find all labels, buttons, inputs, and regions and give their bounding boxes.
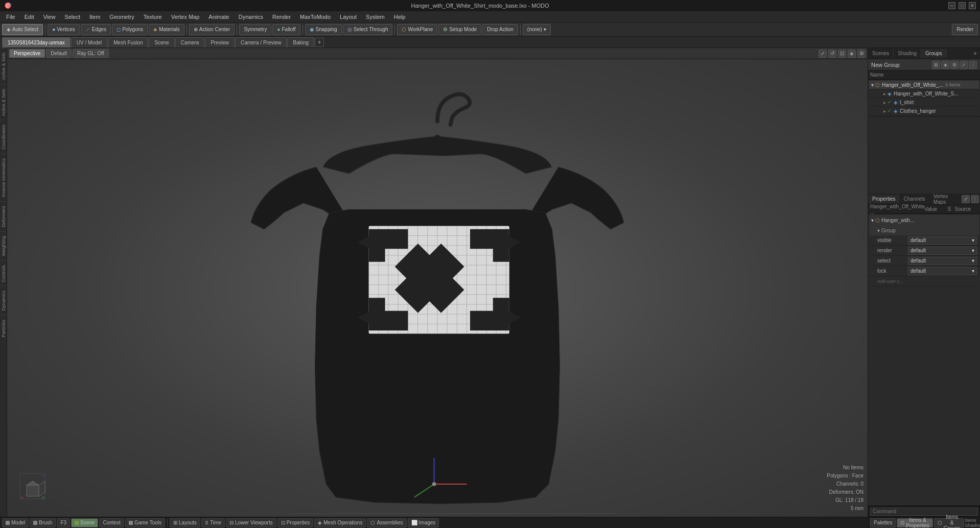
panel-palettes[interactable]: Palettes (870, 518, 896, 527)
menu-file[interactable]: File (2, 13, 19, 21)
snapping-button[interactable]: ◉ Snapping (305, 24, 342, 35)
menu-edit[interactable]: Edit (20, 13, 38, 21)
groups-icon-1[interactable]: ⊞ (932, 61, 940, 69)
auto-select-button[interactable]: ◈ Auto Select (2, 24, 43, 35)
sidebar-tab-weighting[interactable]: Weighting (0, 231, 7, 260)
action-center-button[interactable]: ⊕ Action Center (189, 24, 235, 35)
none-dropdown[interactable]: (none) ▾ (523, 24, 551, 35)
menu-layout[interactable]: Layout (336, 13, 361, 21)
menu-render[interactable]: Render (268, 13, 295, 21)
tree-item-checkbox-2[interactable]: ✓ (888, 100, 892, 105)
falloff-button[interactable]: ● Falloff (272, 24, 300, 35)
command-input[interactable] (870, 508, 978, 516)
prop-tab-channels[interactable]: Channels (900, 195, 929, 203)
panel-lower-viewports[interactable]: ⊟ Lower Viewports (226, 518, 276, 527)
tab-baking[interactable]: Baking (287, 37, 314, 47)
panel-images[interactable]: ⬜ Images (408, 518, 439, 527)
panel-layouts[interactable]: ⊞ Layouts (170, 518, 200, 527)
tab-camera[interactable]: Camera (175, 37, 205, 47)
prop-row-add-user[interactable]: Add user c... (869, 276, 979, 286)
menu-vertex-map[interactable]: Vertex Map (167, 13, 204, 21)
prop-value-render[interactable]: default ▾ (908, 247, 977, 255)
viewport-icon-render[interactable]: ◈ (848, 50, 856, 58)
menu-animate[interactable]: Animate (204, 13, 233, 21)
select-through-button[interactable]: ◎ Select Through (343, 24, 393, 35)
tab-scenes[interactable]: Scenes (868, 49, 894, 58)
prop-cols-btn[interactable]: ⋮ (971, 195, 979, 203)
tab-mesh-fusion[interactable]: Mesh Fusion (108, 37, 148, 47)
panel-items-properties[interactable]: ⊡ Items & Properties (897, 518, 933, 527)
tree-item-tshirt[interactable]: ▸ ✓ ◈ t_shirt (869, 98, 979, 107)
edges-button[interactable]: ⟋ Edges (81, 24, 111, 35)
viewport-icon-expand[interactable]: ⤢ (819, 50, 827, 58)
menu-system[interactable]: System (362, 13, 389, 21)
tab-uv-model[interactable]: UV / Model (71, 37, 107, 47)
sidebar-tab-ik[interactable]: Inverse Kinematics (0, 154, 7, 201)
setup-mode-button[interactable]: ⚙ Setup Mode (438, 24, 481, 35)
menu-view[interactable]: View (39, 13, 60, 21)
sidebar-tab-dynamics[interactable]: Dynamics (0, 286, 7, 315)
sidebar-tab-deformers[interactable]: Deformers (0, 201, 7, 231)
prop-value-lock[interactable]: default ▾ (908, 267, 977, 275)
drop-action-button[interactable]: Drop Action (482, 24, 518, 35)
tree-item-checkbox-3[interactable]: ✓ (888, 108, 892, 113)
sidebar-tab-coordinates[interactable]: Coordinates (0, 120, 7, 154)
mode-f3[interactable]: F3 (57, 518, 70, 527)
prop-tab-vertex-maps[interactable]: Vertex Maps (929, 194, 961, 206)
menu-item[interactable]: Item (85, 13, 104, 21)
vertices-button[interactable]: ● Vertices (48, 24, 80, 35)
viewport-icon-refresh[interactable]: ↺ (828, 50, 836, 58)
panel-properties[interactable]: ⊡ Properties (277, 518, 314, 527)
menu-select[interactable]: Select (60, 13, 84, 21)
viewport-tab-default[interactable]: Default (46, 49, 72, 58)
menu-help[interactable]: Help (390, 13, 410, 21)
viewport-canvas[interactable]: X Z Y No Items Polygons : Face Channels:… (7, 59, 868, 517)
tree-item-clothes-hanger[interactable]: ▸ ✓ ◈ Clothes_hanger (869, 107, 979, 115)
tab-scene[interactable]: Scene (149, 37, 174, 47)
prop-value-select[interactable]: default ▾ (908, 257, 977, 265)
prop-tab-properties[interactable]: Properties (868, 195, 900, 203)
tree-root-item[interactable]: ▾ ⬡ Hanger_with_Off_White_... 3 Items (869, 81, 979, 89)
menu-geometry[interactable]: Geometry (105, 13, 138, 21)
maximize-button[interactable]: □ (959, 2, 966, 9)
groups-icon-2[interactable]: ◈ (941, 61, 949, 69)
sidebar-tab-active-sets[interactable]: Active & Sets (0, 48, 7, 84)
groups-icon-3[interactable]: ⚙ (950, 61, 959, 69)
prop-group-header[interactable]: ▾ Group (869, 225, 979, 235)
close-button[interactable]: ✕ (969, 2, 976, 9)
viewport-tab-ray-gl[interactable]: Ray GL: Off (73, 49, 109, 58)
mode-context[interactable]: Context (99, 518, 124, 527)
tab-camera-preview[interactable]: Camera / Preview (235, 37, 287, 47)
window-controls[interactable]: ─ □ ✕ (948, 2, 976, 9)
viewport-icon-zoom-fit[interactable]: ⊡ (838, 50, 846, 58)
symmetry-button[interactable]: Symmetry (239, 24, 271, 35)
tab-preview[interactable]: Preview (205, 37, 235, 47)
workplane-button[interactable]: ⬡ WorkPlane (397, 24, 437, 35)
mode-brush[interactable]: Brush (30, 518, 56, 527)
tab-unmax[interactable]: 1350S816423day-unmax (2, 37, 71, 47)
materials-button[interactable]: ◈ Materials (149, 24, 184, 35)
menu-texture[interactable]: Texture (139, 13, 166, 21)
groups-icon-cols[interactable]: ⋮ (969, 61, 977, 69)
tree-item-hanger-mesh[interactable]: ▸ ◈ Hanger_with_Off_White_S... (869, 89, 979, 98)
panel-mesh-operations[interactable]: ◈ Mesh Operations (314, 518, 366, 527)
sidebar-tab-particles[interactable]: Particles (0, 315, 7, 342)
prop-expand-btn[interactable]: ⤢ (962, 195, 970, 203)
tab-shading[interactable]: Shading (894, 49, 921, 58)
viewport-tab-perspective[interactable]: Perspective (9, 49, 45, 58)
prop-tree-root[interactable]: ▾ ⬡ Hanger_with... (869, 215, 979, 225)
menu-maxtomodo[interactable]: MaxToModo (296, 13, 335, 21)
mode-scene[interactable]: Scene (71, 518, 98, 527)
groups-expand-btn[interactable]: ⤢ (960, 61, 968, 69)
viewport-icon-settings[interactable]: ⚙ (857, 50, 866, 58)
panel-time[interactable]: ⧖ Time (201, 518, 225, 527)
panel-items-groups[interactable]: ⬡ Items & Groups (934, 518, 964, 527)
tab-groups[interactable]: Groups (921, 49, 947, 58)
panel-assemblies[interactable]: ⬡ Assemblies (367, 518, 406, 527)
mode-game-tools[interactable]: Game Tools (125, 518, 165, 527)
mode-model[interactable]: Model (2, 518, 29, 527)
polygons-button[interactable]: ◻ Polygons (112, 24, 148, 35)
tab-add[interactable]: + (970, 49, 980, 59)
sidebar-tab-active-sets-2[interactable]: Active & Sets (0, 84, 7, 121)
sidebar-tab-controls[interactable]: Controls (0, 260, 7, 286)
